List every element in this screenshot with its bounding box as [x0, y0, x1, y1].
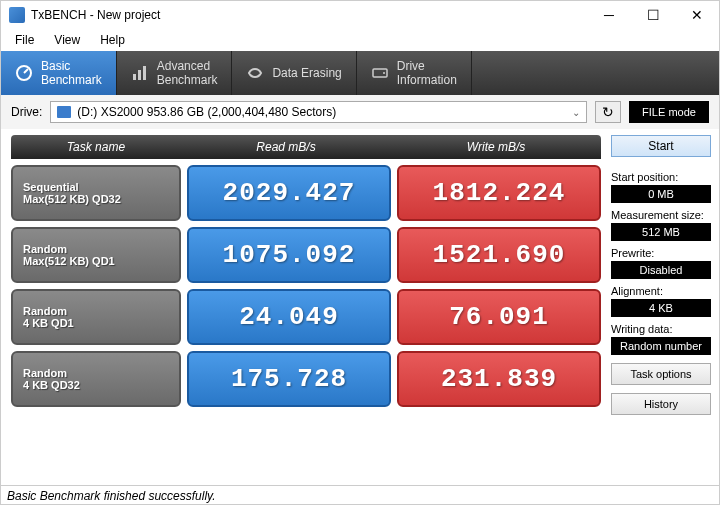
svg-rect-1: [133, 74, 136, 80]
measurement-size-label: Measurement size:: [611, 209, 711, 221]
svg-rect-3: [143, 66, 146, 80]
drive-select[interactable]: (D:) XS2000 953.86 GB (2,000,404,480 Sec…: [50, 101, 587, 123]
svg-point-5: [383, 72, 385, 74]
window-title: TxBENCH - New project: [31, 8, 587, 22]
results-header: Task name Read mB/s Write mB/s: [11, 135, 601, 159]
erase-icon: [246, 64, 264, 82]
task-random-512-qd1[interactable]: Random Max(512 KB) QD1: [11, 227, 181, 283]
prewrite-value[interactable]: Disabled: [611, 261, 711, 279]
maximize-button[interactable]: ☐: [631, 1, 675, 29]
file-mode-button[interactable]: FILE mode: [629, 101, 709, 123]
menu-bar: File View Help: [1, 29, 719, 51]
reload-button[interactable]: ↻: [595, 101, 621, 123]
menu-view[interactable]: View: [46, 31, 88, 49]
drive-label: Drive:: [11, 105, 42, 119]
chart-icon: [131, 64, 149, 82]
result-row: Random 4 KB QD32 175.728 231.839: [11, 351, 601, 407]
minimize-button[interactable]: ─: [587, 1, 631, 29]
writing-data-label: Writing data:: [611, 323, 711, 335]
close-button[interactable]: ✕: [675, 1, 719, 29]
alignment-value[interactable]: 4 KB: [611, 299, 711, 317]
drive-info-icon: [371, 64, 389, 82]
tab-drive-information[interactable]: DriveInformation: [357, 51, 472, 95]
tab-advanced-benchmark[interactable]: AdvancedBenchmark: [117, 51, 233, 95]
benchmark-icon: [15, 64, 33, 82]
header-write: Write mB/s: [391, 135, 601, 159]
write-value: 1521.690: [397, 227, 601, 283]
header-task: Task name: [11, 135, 181, 159]
header-read: Read mB/s: [181, 135, 391, 159]
side-panel: Start Start position: 0 MB Measurement s…: [611, 129, 719, 485]
status-bar: Basic Benchmark finished successfully.: [1, 485, 719, 505]
result-row: Random Max(512 KB) QD1 1075.092 1521.690: [11, 227, 601, 283]
read-value: 2029.427: [187, 165, 391, 221]
reload-icon: ↻: [602, 104, 614, 120]
main-tabs: BasicBenchmark AdvancedBenchmark Data Er…: [1, 51, 719, 95]
result-row: Random 4 KB QD1 24.049 76.091: [11, 289, 601, 345]
write-value: 1812.224: [397, 165, 601, 221]
task-random-4kb-qd32[interactable]: Random 4 KB QD32: [11, 351, 181, 407]
task-options-button[interactable]: Task options: [611, 363, 711, 385]
read-value: 24.049: [187, 289, 391, 345]
results-panel: Task name Read mB/s Write mB/s Sequentia…: [1, 129, 611, 485]
write-value: 231.839: [397, 351, 601, 407]
task-random-4kb-qd1[interactable]: Random 4 KB QD1: [11, 289, 181, 345]
window-titlebar: TxBENCH - New project ─ ☐ ✕: [1, 1, 719, 29]
task-sequential-qd32[interactable]: Sequential Max(512 KB) QD32: [11, 165, 181, 221]
prewrite-label: Prewrite:: [611, 247, 711, 259]
tab-data-erasing[interactable]: Data Erasing: [232, 51, 356, 95]
result-row: Sequential Max(512 KB) QD32 2029.427 181…: [11, 165, 601, 221]
app-icon: [9, 7, 25, 23]
drive-value: (D:) XS2000 953.86 GB (2,000,404,480 Sec…: [77, 105, 336, 119]
alignment-label: Alignment:: [611, 285, 711, 297]
drive-selector-row: Drive: (D:) XS2000 953.86 GB (2,000,404,…: [1, 95, 719, 129]
start-position-label: Start position:: [611, 171, 711, 183]
start-position-value[interactable]: 0 MB: [611, 185, 711, 203]
chevron-down-icon: ⌄: [572, 107, 580, 118]
read-value: 175.728: [187, 351, 391, 407]
start-button[interactable]: Start: [611, 135, 711, 157]
history-button[interactable]: History: [611, 393, 711, 415]
menu-file[interactable]: File: [7, 31, 42, 49]
svg-rect-2: [138, 70, 141, 80]
measurement-size-value[interactable]: 512 MB: [611, 223, 711, 241]
tab-basic-benchmark[interactable]: BasicBenchmark: [1, 51, 117, 95]
write-value: 76.091: [397, 289, 601, 345]
read-value: 1075.092: [187, 227, 391, 283]
drive-icon: [57, 106, 71, 118]
writing-data-value[interactable]: Random number: [611, 337, 711, 355]
menu-help[interactable]: Help: [92, 31, 133, 49]
